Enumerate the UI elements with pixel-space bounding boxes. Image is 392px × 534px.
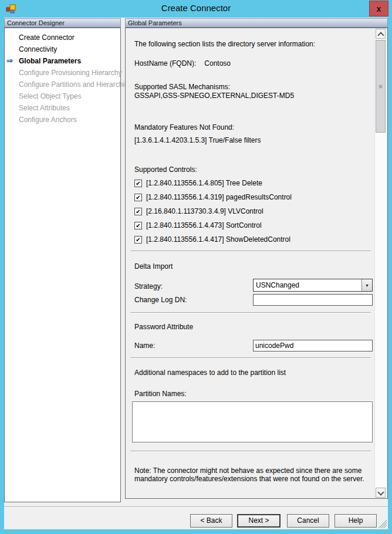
sasl-value: GSSAPI,GSS-SPNEGO,EXTERNAL,DIGEST-MD5 <box>134 92 294 100</box>
checkbox-label: [1.2.840.113556.1.4.473] SortControl <box>146 221 262 229</box>
checkmark-icon: ✔ <box>136 180 140 187</box>
next-button[interactable]: Next > <box>237 514 281 528</box>
chevron-down-icon <box>377 489 384 495</box>
strategy-label: Strategy: <box>134 282 163 290</box>
content-header-label: Global Parameters <box>128 19 182 26</box>
global-parameters-panel: The following section lists the director… <box>125 28 388 499</box>
back-button[interactable]: < Back <box>190 514 232 528</box>
current-step-arrow-icon: ⇒ <box>6 55 17 67</box>
section-divider <box>130 251 371 252</box>
strategy-selected-value: USNChanged <box>256 281 299 289</box>
scrollbar-thumb[interactable]: ≡ <box>376 40 386 133</box>
hostname-label: HostName (FQDN): <box>134 59 196 67</box>
password-attribute-name-input[interactable] <box>253 340 373 352</box>
resize-grip[interactable] <box>379 520 387 528</box>
sidebar-item-global-parameters[interactable]: ⇒ Global Parameters <box>5 55 120 67</box>
content-header: Global Parameters <box>125 18 388 28</box>
sidebar-item-connectivity[interactable]: Connectivity <box>5 43 120 55</box>
sidebar-item-configure-anchors: Configure Anchors <box>5 114 120 126</box>
close-button[interactable]: x <box>369 1 388 16</box>
create-connector-window: Create Connector x Connector Designer Gl… <box>0 0 392 534</box>
checkmark-icon: ✔ <box>136 236 140 243</box>
password-attribute-title: Password Attribute <box>134 323 193 331</box>
checkbox-label: [1.2.840.113556.1.4.319] pagedResultsCon… <box>146 193 292 201</box>
intro-text: The following section lists the director… <box>134 40 315 48</box>
thumb-grip-icon: ≡ <box>376 82 385 90</box>
checkbox-tree-delete[interactable]: ✔ <box>134 180 142 187</box>
dropdown-button[interactable]: ▼ <box>361 279 372 291</box>
vertical-scrollbar[interactable]: ≡ <box>374 29 386 498</box>
chevron-up-icon <box>377 32 384 38</box>
sidebar-item-select-attributes: Select Attributes <box>5 102 120 114</box>
checkbox-label: [1.2.840.113556.1.4.417] ShowDeletedCont… <box>146 235 290 244</box>
section-divider <box>130 451 371 452</box>
sidebar-item-create-connector[interactable]: Create Connector <box>5 32 120 43</box>
section-divider <box>130 312 371 313</box>
close-icon: x <box>377 4 381 13</box>
wizard-step-list: Create Connector Connectivity ⇒ Global P… <box>5 32 120 126</box>
sidebar-item-configure-provisioning-hierarchy: Configure Provisioning Hierarchy <box>5 67 120 79</box>
cancel-button[interactable]: Cancel <box>287 514 329 528</box>
scroll-up-button[interactable] <box>376 29 386 39</box>
checkmark-icon: ✔ <box>136 194 140 201</box>
checkbox-label: [1.2.840.113556.1.4.805] Tree Delete <box>146 179 262 187</box>
scroll-down-button[interactable] <box>376 488 386 498</box>
window-title: Create Connector <box>0 3 392 13</box>
checkmark-icon: ✔ <box>136 208 140 215</box>
mandatory-features-value: [1.3.6.1.4.1.4203.1.5.3] True/False filt… <box>134 136 261 144</box>
supported-controls-label: Supported Controls: <box>134 165 197 174</box>
sidebar-header-label: Connector Designer <box>7 19 65 26</box>
hostname-value: Contoso <box>204 59 231 67</box>
checkmark-icon: ✔ <box>136 222 140 229</box>
checkbox-label: [2.16.840.1.113730.3.4.9] VLVControl <box>146 207 263 215</box>
warning-note: Note: The connector might not behave as … <box>134 467 386 483</box>
section-divider <box>130 357 371 359</box>
change-log-dn-input[interactable] <box>253 294 373 306</box>
footer-divider <box>4 506 388 508</box>
checkbox-vlv[interactable]: ✔ <box>134 208 142 215</box>
partition-names-textarea[interactable] <box>132 401 373 442</box>
strategy-dropdown[interactable]: USNChanged ▼ <box>253 279 373 292</box>
wizard-steps-sidebar: Create Connector Connectivity ⇒ Global P… <box>4 28 121 502</box>
delta-import-title: Delta Import <box>134 262 173 271</box>
title-bar[interactable]: Create Connector x <box>0 0 392 18</box>
change-log-dn-label: Change Log DN: <box>134 296 187 304</box>
sidebar-header: Connector Designer <box>4 18 121 28</box>
mandatory-features-label: Mandatory Features Not Found: <box>134 123 234 131</box>
sidebar-item-select-object-types: Select Object Types <box>5 90 120 102</box>
additional-namespaces-title: Additional namespaces to add to the part… <box>134 369 286 377</box>
partition-names-label: Partition Names: <box>134 390 187 398</box>
client-area: Connector Designer Global Parameters Cre… <box>4 18 388 529</box>
checkbox-sort[interactable]: ✔ <box>134 222 142 229</box>
help-button[interactable]: Help <box>334 514 377 528</box>
checkbox-show-deleted[interactable]: ✔ <box>134 236 142 244</box>
sasl-label: Supported SASL Mechanisms: <box>134 83 230 91</box>
chevron-down-icon: ▼ <box>365 283 369 288</box>
hostname-line: HostName (FQDN):Contoso <box>134 59 231 67</box>
checkbox-paged-results[interactable]: ✔ <box>134 194 142 201</box>
name-label: Name: <box>134 342 155 350</box>
sidebar-item-configure-partitions-and-hierarchies: Configure Partitions and Hierarchies <box>5 79 120 90</box>
